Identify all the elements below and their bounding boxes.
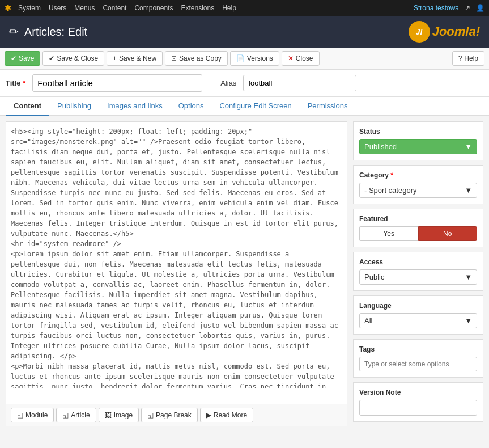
save-close-icon: ✔	[49, 54, 54, 62]
required-marker: *	[23, 79, 25, 87]
title-input[interactable]	[32, 74, 202, 92]
module-icon: ◱	[17, 411, 23, 419]
page-header: ✏ Articles: Edit J! Joomla!	[0, 16, 489, 48]
nav-extensions[interactable]: Extensions	[181, 4, 214, 12]
tab-publishing[interactable]: Publishing	[49, 97, 99, 116]
versions-label: Versions	[247, 54, 273, 62]
nav-menu: System Users Menus Content Components Ex…	[18, 4, 414, 12]
language-label: Language	[359, 302, 477, 310]
alias-input[interactable]	[243, 75, 356, 91]
save-icon: ✔	[11, 54, 16, 62]
status-section: Status Published ▼	[353, 121, 483, 160]
category-label: Category *	[359, 171, 477, 179]
joomla-logo-text: Joomla!	[432, 24, 480, 39]
language-dropdown[interactable]: All ▼	[359, 313, 477, 328]
save-new-icon: +	[113, 54, 117, 62]
joomla-logo-icon: J!	[409, 21, 430, 43]
article-button[interactable]: ◱ Article	[56, 408, 96, 422]
image-icon: 🖼	[105, 411, 112, 419]
close-label: Close	[296, 54, 313, 62]
top-navbar: ✱ System Users Menus Content Components …	[0, 0, 489, 16]
page-break-label: Page Break	[156, 411, 192, 419]
language-section: Language All ▼	[353, 295, 483, 335]
status-dropdown[interactable]: Published ▼	[359, 139, 477, 154]
editor-bottom-toolbar: ◱ Module ◱ Article 🖼 Image ◱ Page Break …	[6, 404, 347, 426]
category-dropdown[interactable]: - Sport category ▼	[359, 183, 477, 198]
nav-help[interactable]: Help	[222, 4, 236, 12]
save-close-label: Save & Close	[57, 54, 98, 62]
category-value: - Sport category	[364, 186, 417, 195]
featured-yes-button[interactable]: Yes	[359, 226, 418, 241]
tags-section: Tags	[353, 339, 483, 378]
version-note-label: Version Note	[359, 388, 477, 396]
read-more-label: Read More	[214, 411, 247, 419]
tab-content[interactable]: Content	[6, 97, 49, 116]
content-tabs: Content Publishing Images and links Opti…	[0, 97, 489, 116]
help-icon: ?	[458, 54, 462, 62]
access-arrow-icon: ▼	[465, 273, 472, 281]
tab-options[interactable]: Options	[171, 97, 212, 116]
read-more-icon: ▶	[206, 411, 211, 419]
nav-content[interactable]: Content	[103, 4, 126, 12]
joomla-branding: J! Joomla!	[409, 21, 480, 43]
image-label: Image	[114, 411, 133, 419]
status-value: Published	[364, 142, 397, 151]
help-button[interactable]: ? Help	[452, 51, 484, 66]
toolbar: ✔ Save ✔ Save & Close + Save & New ⊡ Sav…	[0, 48, 489, 70]
read-more-button[interactable]: ▶ Read More	[200, 408, 253, 422]
editor-area	[6, 122, 347, 404]
save-label: Save	[19, 54, 34, 62]
language-value: All	[364, 316, 372, 325]
tags-input[interactable]	[359, 357, 477, 371]
featured-label: Featured	[359, 215, 477, 223]
tab-permissions[interactable]: Permissions	[300, 97, 356, 116]
featured-section: Featured Yes No	[353, 209, 483, 247]
featured-no-button[interactable]: No	[418, 226, 478, 241]
article-label: Article	[71, 411, 90, 419]
save-close-button[interactable]: ✔ Save & Close	[42, 51, 104, 66]
tab-configure-edit[interactable]: Configure Edit Screen	[211, 97, 299, 116]
editor-panel: ◱ Module ◱ Article 🖼 Image ◱ Page Break …	[6, 121, 347, 426]
category-arrow-icon: ▼	[465, 186, 472, 195]
editor-textarea[interactable]	[6, 122, 347, 388]
top-right-area: Strona testowa ↗ 👤	[414, 4, 484, 12]
save-copy-button[interactable]: ⊡ Save as Copy	[165, 51, 228, 66]
tags-label: Tags	[359, 345, 477, 353]
category-section: Category * - Sport category ▼	[353, 165, 483, 204]
joomla-nav-logo: ✱	[5, 3, 11, 12]
edit-icon: ✏	[9, 25, 19, 39]
access-dropdown[interactable]: Public ▼	[359, 269, 477, 285]
tab-images-links[interactable]: Images and links	[99, 97, 171, 116]
status-arrow-icon: ▼	[465, 142, 472, 151]
user-icon[interactable]: 👤	[476, 4, 484, 12]
version-note-input[interactable]	[359, 400, 477, 416]
nav-system[interactable]: System	[18, 4, 41, 12]
page-title: Articles: Edit	[24, 26, 409, 39]
site-name-link[interactable]: Strona testowa	[414, 4, 459, 12]
page-break-button[interactable]: ◱ Page Break	[141, 408, 198, 422]
module-button[interactable]: ◱ Module	[11, 408, 54, 422]
language-arrow-icon: ▼	[465, 316, 472, 325]
status-label: Status	[359, 128, 477, 136]
save-copy-label: Save as Copy	[179, 54, 222, 62]
save-new-label: Save & New	[119, 54, 156, 62]
image-button[interactable]: 🖼 Image	[99, 408, 139, 422]
module-label: Module	[25, 411, 48, 419]
close-icon: ✕	[288, 54, 294, 62]
nav-menus[interactable]: Menus	[74, 4, 95, 12]
nav-users[interactable]: Users	[49, 4, 66, 12]
save-copy-icon: ⊡	[171, 54, 177, 62]
title-label: Title *	[6, 79, 25, 87]
external-link-icon: ↗	[465, 4, 470, 12]
alias-label: Alias	[220, 79, 236, 87]
main-content-area: ◱ Module ◱ Article 🖼 Image ◱ Page Break …	[0, 116, 489, 432]
save-button[interactable]: ✔ Save	[5, 51, 40, 66]
page-break-icon: ◱	[147, 411, 154, 419]
close-button[interactable]: ✕ Close	[282, 51, 320, 66]
nav-components[interactable]: Components	[134, 4, 173, 12]
access-section: Access Public ▼	[353, 252, 483, 291]
access-value: Public	[364, 273, 384, 281]
save-new-button[interactable]: + Save & New	[107, 51, 163, 66]
versions-button[interactable]: 📄 Versions	[230, 51, 279, 66]
featured-toggle: Yes No	[359, 226, 477, 241]
